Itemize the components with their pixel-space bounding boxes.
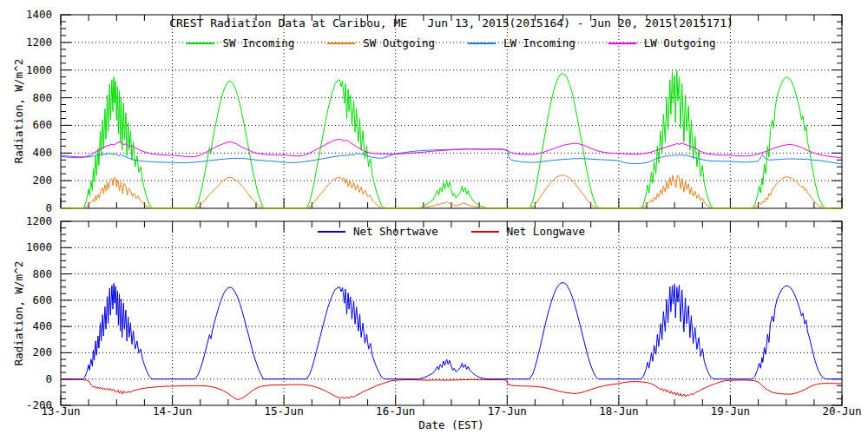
legend-label: SW Incoming [222,36,294,49]
series-lw-incoming [61,149,842,164]
x-tick-label: 20-Jun [822,404,861,418]
legend-swatch-net-shortwave [318,231,345,233]
legend-label: SW Outgoing [363,36,435,49]
y-axis-label-bottom: Radiation, W/m^2 [12,261,25,365]
axes [61,221,842,405]
x-tick-label: 19-Jun [711,404,750,418]
series-sw-incoming [61,71,842,209]
legend-bottom-panel: Net ShortwaveNet Longwave [61,225,842,238]
chart-container: 0200400600800100012001400-20002004006008… [0,0,868,434]
legend-item-lw-incoming: LW Incoming [468,36,575,49]
chart-title: CREST Radiation Data at Caribou, ME Jun … [61,16,842,30]
legend-top-panel: SW IncomingSW OutgoingLW IncomingLW Outg… [61,36,842,49]
y-tick-label: 1200 [26,214,52,227]
legend-swatch-sw-incoming [187,43,214,44]
legend-label: LW Incoming [503,36,575,49]
legend-label: Net Shortwave [353,225,438,238]
y-tick-label: 600 [32,293,52,306]
y-tick-label: 400 [32,319,52,332]
x-tick-label: 13-Jun [41,404,80,418]
x-tick-label: 16-Jun [376,404,415,418]
y-tick-label: 400 [32,146,52,159]
legend-item-lw-outgoing: LW Outgoing [608,36,716,49]
x-axis-label: Date (EST) [61,418,842,431]
legend-swatch-lw-outgoing [608,43,636,44]
y-tick-label: 600 [32,118,52,131]
y-tick-label: 0 [45,201,52,214]
y-tick-label: 200 [32,345,52,358]
legend-label: Net Longwave [507,225,585,238]
legend-item-net-shortwave: Net Shortwave [318,225,438,238]
legend-item-sw-incoming: SW Incoming [187,36,294,49]
gridlines [61,221,842,405]
x-tick-label: 18-Jun [599,404,638,418]
y-tick-label: 1000 [26,240,52,253]
legend-label: LW Outgoing [644,36,716,49]
y-tick-label: 200 [32,174,52,187]
y-tick-label: 1000 [26,63,52,76]
x-tick-label: 14-Jun [153,404,192,418]
legend-item-sw-outgoing: SW Outgoing [327,36,435,49]
series-net-longwave [61,379,842,399]
panel-box [61,221,842,405]
legend-swatch-lw-incoming [468,43,496,44]
radiation-chart: 0200400600800100012001400-20002004006008… [0,0,868,434]
x-tick-label: 17-Jun [488,404,527,418]
y-tick-label: 800 [32,267,52,280]
y-tick-label: 800 [32,91,52,104]
legend-swatch-net-longwave [471,231,499,233]
series-net-shortwave [61,283,842,379]
legend-swatch-sw-outgoing [327,43,355,44]
y-tick-label: 1400 [26,8,52,21]
series-lw-outgoing [61,139,842,158]
y-axis-label-top: Radiation, W/m^2 [12,59,25,163]
y-tick-label: 1200 [26,36,52,49]
legend-item-net-longwave: Net Longwave [471,225,585,238]
y-tick-label: 0 [45,372,52,385]
x-tick-label: 15-Jun [265,404,304,418]
